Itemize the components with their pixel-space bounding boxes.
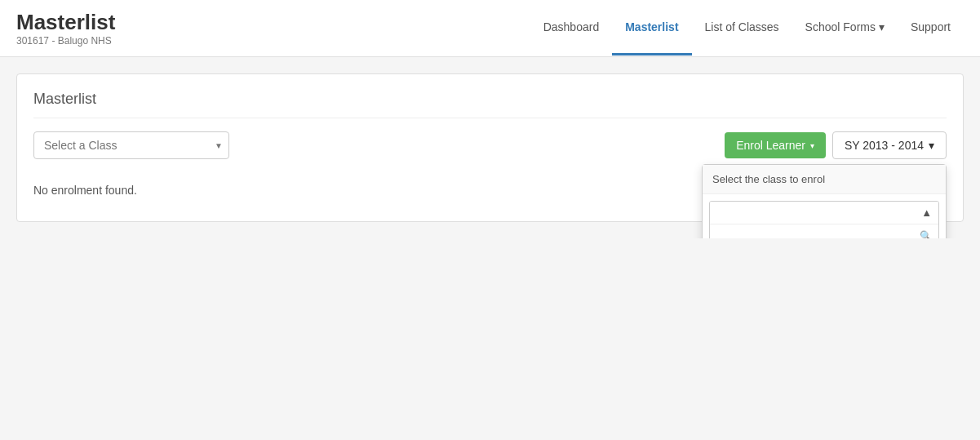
enrol-learner-caret-icon: ▾ [810,141,814,150]
dropdown-selected-display[interactable]: ▲ [710,202,938,224]
dropdown-selected-value [716,207,720,219]
select-class-wrapper: ▼ [33,131,229,159]
dropdown-search-icon: 🔍 [920,230,932,239]
school-forms-caret-icon: ▾ [879,20,885,33]
masterlist-card: Masterlist ▼ Enrol Learner ▾ SY 2013 - 2… [16,73,964,222]
enrol-learner-label: Enrol Learner [736,139,805,152]
app-subtitle: 301617 - Balugo NHS [16,35,115,47]
nav-support[interactable]: Support [898,1,964,56]
brand: Masterlist 301617 - Balugo NHS [16,10,115,47]
enrol-learner-button[interactable]: Enrol Learner ▾ [725,132,826,158]
header: Masterlist 301617 - Balugo NHS Dashboard… [0,0,980,57]
dropdown-top-arrow-icon: ▲ [921,207,932,219]
dropdown-search-input[interactable] [716,228,920,238]
card-title: Masterlist [33,91,947,118]
nav-dashboard[interactable]: Dashboard [530,1,613,56]
main-nav: Dashboard Masterlist List of Classes Sch… [530,1,964,56]
toolbar: ▼ Enrol Learner ▾ SY 2013 - 2014 ▾ Selec… [33,131,947,159]
dropdown-search-row: 🔍 [710,224,938,238]
sy-caret-icon: ▾ [929,139,934,152]
app-title: Masterlist [16,10,115,35]
nav-masterlist[interactable]: Masterlist [612,1,691,56]
toolbar-right: Enrol Learner ▾ SY 2013 - 2014 ▾ Select … [725,131,947,159]
sy-label: SY 2013 - 2014 [845,139,924,152]
sy-button[interactable]: SY 2013 - 2014 ▾ [832,131,947,159]
nav-list-of-classes[interactable]: List of Classes [692,1,792,56]
nav-school-forms[interactable]: School Forms ▾ [792,1,898,56]
select-class-input[interactable] [33,131,229,159]
enrol-dropdown-panel: Select the class to enrol ▲ 🔍 [702,164,947,238]
content-area: Masterlist ▼ Enrol Learner ▾ SY 2013 - 2… [0,57,980,238]
dropdown-select-box: ▲ 🔍 Grade 9 (Year III) Grade 9 (Year III… [709,201,939,238]
dropdown-header-text: Select the class to enrol [703,165,946,194]
